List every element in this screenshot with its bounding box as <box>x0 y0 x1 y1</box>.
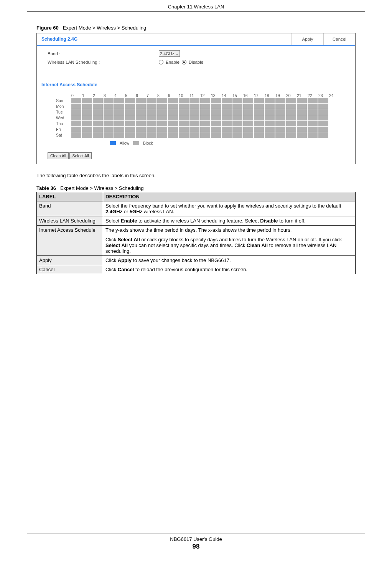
schedule-cell[interactable] <box>114 98 124 103</box>
schedule-cell[interactable] <box>243 132 253 138</box>
schedule-cell[interactable] <box>275 115 285 120</box>
schedule-cell[interactable] <box>254 98 264 103</box>
schedule-cell[interactable] <box>147 109 156 115</box>
schedule-cell[interactable] <box>286 121 296 126</box>
schedule-cell[interactable] <box>93 109 103 115</box>
schedule-cell[interactable] <box>114 104 124 109</box>
schedule-cell[interactable] <box>297 98 307 103</box>
schedule-cell[interactable] <box>179 121 189 126</box>
schedule-cell[interactable] <box>232 109 242 115</box>
schedule-cell[interactable] <box>104 132 114 138</box>
schedule-cell[interactable] <box>125 109 135 115</box>
schedule-cell[interactable] <box>243 121 253 126</box>
schedule-cell[interactable] <box>82 109 92 115</box>
schedule-cell[interactable] <box>125 98 135 103</box>
schedule-cell[interactable] <box>243 127 253 132</box>
schedule-cell[interactable] <box>189 98 199 103</box>
schedule-cell[interactable] <box>93 104 103 109</box>
disable-radio[interactable] <box>182 60 186 64</box>
schedule-cell[interactable] <box>104 121 114 126</box>
schedule-cell[interactable] <box>71 121 81 126</box>
schedule-cell[interactable] <box>179 98 189 103</box>
schedule-cell[interactable] <box>157 98 167 103</box>
schedule-cell[interactable] <box>318 127 328 132</box>
schedule-cell[interactable] <box>222 121 232 126</box>
schedule-cell[interactable] <box>265 104 275 109</box>
schedule-cell[interactable] <box>211 109 221 115</box>
schedule-cell[interactable] <box>308 104 318 109</box>
schedule-cell[interactable] <box>114 115 124 120</box>
schedule-cell[interactable] <box>297 109 307 115</box>
schedule-cell[interactable] <box>254 109 264 115</box>
schedule-cell[interactable] <box>222 127 232 132</box>
schedule-cell[interactable] <box>125 104 135 109</box>
schedule-cell[interactable] <box>200 115 210 120</box>
schedule-cell[interactable] <box>232 121 242 126</box>
schedule-cell[interactable] <box>222 104 232 109</box>
schedule-cell[interactable] <box>318 132 328 138</box>
schedule-cell[interactable] <box>136 109 146 115</box>
schedule-cell[interactable] <box>254 104 264 109</box>
schedule-cell[interactable] <box>189 121 199 126</box>
schedule-cell[interactable] <box>275 109 285 115</box>
schedule-cell[interactable] <box>157 127 167 132</box>
schedule-cell[interactable] <box>200 109 210 115</box>
schedule-cell[interactable] <box>254 115 264 120</box>
schedule-cell[interactable] <box>82 121 92 126</box>
apply-button[interactable]: Apply <box>292 33 323 45</box>
schedule-cell[interactable] <box>93 121 103 126</box>
schedule-cell[interactable] <box>136 115 146 120</box>
schedule-cell[interactable] <box>179 115 189 120</box>
schedule-cell[interactable] <box>93 127 103 132</box>
schedule-cell[interactable] <box>189 127 199 132</box>
schedule-cell[interactable] <box>125 121 135 126</box>
schedule-cell[interactable] <box>308 121 318 126</box>
schedule-cell[interactable] <box>179 109 189 115</box>
schedule-cell[interactable] <box>243 98 253 103</box>
schedule-cell[interactable] <box>318 98 328 103</box>
schedule-cell[interactable] <box>136 127 146 132</box>
schedule-cell[interactable] <box>136 121 146 126</box>
schedule-cell[interactable] <box>222 115 232 120</box>
schedule-cell[interactable] <box>265 132 275 138</box>
schedule-cell[interactable] <box>93 132 103 138</box>
schedule-cell[interactable] <box>275 121 285 126</box>
cancel-button[interactable]: Cancel <box>323 33 355 45</box>
schedule-cell[interactable] <box>71 115 81 120</box>
schedule-cell[interactable] <box>211 115 221 120</box>
schedule-cell[interactable] <box>297 115 307 120</box>
schedule-cell[interactable] <box>93 98 103 103</box>
schedule-cell[interactable] <box>232 115 242 120</box>
schedule-cell[interactable] <box>147 104 156 109</box>
schedule-cell[interactable] <box>308 109 318 115</box>
schedule-cell[interactable] <box>114 127 124 132</box>
schedule-cell[interactable] <box>254 132 264 138</box>
schedule-cell[interactable] <box>82 98 92 103</box>
schedule-cell[interactable] <box>286 98 296 103</box>
schedule-cell[interactable] <box>168 104 178 109</box>
schedule-cell[interactable] <box>222 109 232 115</box>
schedule-cell[interactable] <box>308 115 318 120</box>
schedule-cell[interactable] <box>147 115 156 120</box>
schedule-cell[interactable] <box>71 98 81 103</box>
schedule-cell[interactable] <box>222 98 232 103</box>
schedule-cell[interactable] <box>275 132 285 138</box>
schedule-cell[interactable] <box>308 127 318 132</box>
schedule-cell[interactable] <box>147 127 156 132</box>
schedule-cell[interactable] <box>168 121 178 126</box>
schedule-cell[interactable] <box>265 115 275 120</box>
schedule-cell[interactable] <box>147 132 156 138</box>
schedule-cell[interactable] <box>318 109 328 115</box>
schedule-cell[interactable] <box>275 104 285 109</box>
schedule-cell[interactable] <box>147 98 156 103</box>
schedule-cell[interactable] <box>157 104 167 109</box>
schedule-cell[interactable] <box>243 115 253 120</box>
schedule-cell[interactable] <box>275 98 285 103</box>
schedule-cell[interactable] <box>286 132 296 138</box>
schedule-cell[interactable] <box>232 104 242 109</box>
schedule-cell[interactable] <box>243 109 253 115</box>
schedule-cell[interactable] <box>200 127 210 132</box>
schedule-cell[interactable] <box>147 121 156 126</box>
schedule-cell[interactable] <box>265 98 275 103</box>
schedule-cell[interactable] <box>179 132 189 138</box>
